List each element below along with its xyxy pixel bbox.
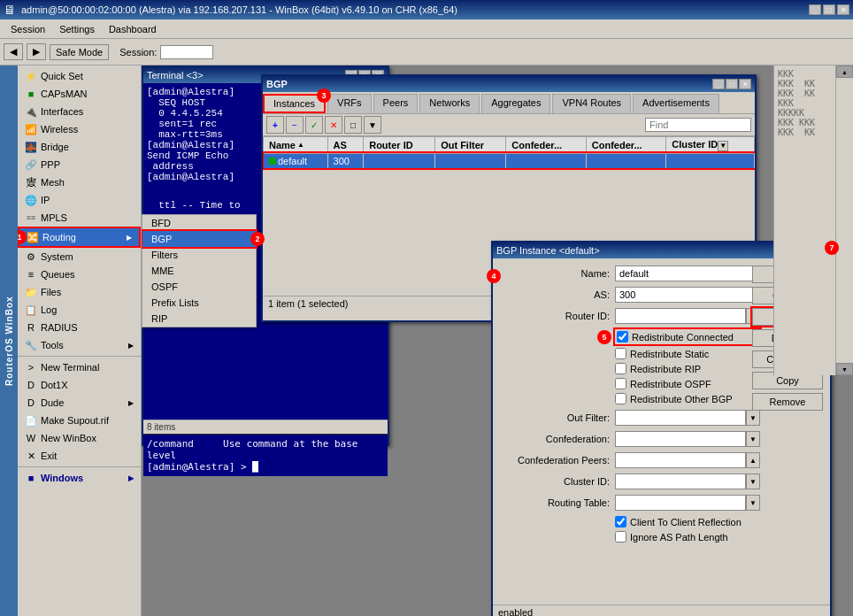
- table-row[interactable]: default 300: [264, 153, 755, 168]
- close-btn[interactable]: ✕: [837, 4, 849, 15]
- out-filter-dropdown[interactable]: ▼: [746, 410, 760, 426]
- title-bar-buttons[interactable]: _ □ ✕: [809, 4, 849, 15]
- sidebar-item-system[interactable]: ⚙ System: [18, 248, 141, 266]
- scroll-up[interactable]: ▲: [836, 65, 853, 78]
- cluster-id-dropdown[interactable]: ▼: [746, 474, 760, 489]
- scroll-down[interactable]: ▼: [836, 363, 853, 375]
- bgp-instances-minimize[interactable]: _: [712, 79, 725, 89]
- minimize-btn[interactable]: _: [809, 4, 821, 15]
- scrollbar-right[interactable]: ▲ ▼: [835, 65, 853, 375]
- bgp-instances-close[interactable]: ✕: [739, 79, 751, 89]
- tab-networks[interactable]: Networks: [419, 94, 480, 113]
- name-label: Name:: [500, 268, 615, 279]
- sidebar-item-mpls[interactable]: ≡≡ MPLS: [18, 209, 141, 227]
- cell-as: 300: [327, 153, 364, 168]
- confederation-peers-field[interactable]: [615, 452, 746, 468]
- quick-set-icon: ⚡: [25, 70, 37, 82]
- sidebar-item-new-winbox[interactable]: W New WinBox: [18, 429, 141, 447]
- mpls-icon: ≡≡: [25, 212, 37, 224]
- terminal-command-area[interactable]: /command Use command at the base level […: [143, 434, 388, 476]
- submenu-rip[interactable]: RIP: [142, 311, 256, 327]
- confederation-peers-dropdown[interactable]: ▲: [746, 452, 760, 468]
- tab-vpn4-routes[interactable]: VPN4 Routes: [552, 94, 631, 113]
- session-input[interactable]: [160, 45, 213, 59]
- sidebar-item-dude[interactable]: D Dude ▶: [18, 394, 141, 412]
- routing-table-dropdown[interactable]: ▼: [746, 495, 760, 511]
- as-field[interactable]: [615, 287, 760, 303]
- back-btn[interactable]: ◀: [4, 43, 23, 60]
- sidebar-item-ppp[interactable]: 🔗 PPP: [18, 156, 141, 173]
- col-out-filter[interactable]: Out Filter: [435, 137, 506, 154]
- menu-dashboard[interactable]: Dashboard: [102, 22, 164, 36]
- remove-button[interactable]: Remove: [752, 393, 823, 411]
- submenu-prefix-lists[interactable]: Prefix Lists: [142, 295, 256, 311]
- sidebar-item-files[interactable]: 📁 Files: [18, 283, 141, 301]
- sidebar-item-ip[interactable]: 🌐 IP: [18, 191, 141, 209]
- sidebar-item-queues[interactable]: ≡ Queues: [18, 266, 141, 283]
- tab-aggregates[interactable]: Aggregates: [481, 94, 550, 113]
- menu-settings[interactable]: Settings: [52, 22, 102, 36]
- submenu-mme[interactable]: MME: [142, 263, 256, 279]
- comment-btn[interactable]: □: [344, 116, 362, 134]
- sidebar-divider-2: [18, 466, 141, 467]
- maximize-btn[interactable]: □: [823, 4, 835, 15]
- sidebar-item-tools[interactable]: 🔧 Tools ▶: [18, 336, 141, 354]
- ignore-as-path-checkbox[interactable]: [615, 531, 626, 543]
- submenu-bgp[interactable]: BGP 2: [142, 231, 256, 247]
- sidebar-item-dot1x[interactable]: D Dot1X: [18, 376, 141, 394]
- col-router-id[interactable]: Router ID: [364, 137, 435, 154]
- checkboxes-group: Redistribute Connected 5 Redistribute St…: [500, 329, 760, 404]
- out-filter-field[interactable]: [615, 410, 746, 426]
- bgp-instances-maximize[interactable]: □: [726, 79, 738, 89]
- tab-advertisements[interactable]: Advertisements: [633, 94, 719, 113]
- bridge-icon: 🌉: [25, 141, 37, 153]
- col-name[interactable]: Name▲: [264, 137, 328, 154]
- sidebar-item-routing[interactable]: 🔀 Routing ▶ 1: [18, 227, 141, 248]
- disable-btn[interactable]: ✕: [325, 116, 342, 134]
- tab-instances[interactable]: Instances 3: [263, 94, 326, 113]
- client-reflection-checkbox[interactable]: [615, 516, 626, 527]
- sidebar-item-make-supout[interactable]: 📄 Make Supout.rif: [18, 412, 141, 429]
- sidebar-item-interfaces[interactable]: 🔌 Interfaces: [18, 103, 141, 120]
- sidebar-item-radius[interactable]: R RADIUS: [18, 319, 141, 336]
- sidebar-item-log[interactable]: 📋 Log: [18, 301, 141, 319]
- enable-btn[interactable]: ✓: [305, 116, 323, 134]
- name-field[interactable]: [615, 266, 760, 281]
- tab-vrfs[interactable]: VRFs: [327, 94, 372, 113]
- menu-session[interactable]: Session: [4, 22, 52, 36]
- col-cluster-id[interactable]: Cluster ID▼: [666, 137, 755, 154]
- safe-mode-btn[interactable]: Safe Mode: [50, 44, 109, 60]
- sidebar-item-mesh[interactable]: 🕸 Mesh: [18, 173, 141, 191]
- redistribute-connected-checkbox[interactable]: [617, 331, 628, 343]
- remove-btn[interactable]: −: [286, 116, 304, 134]
- forward-btn[interactable]: ▶: [27, 43, 46, 60]
- col-as[interactable]: AS: [327, 137, 364, 154]
- cluster-id-field[interactable]: [615, 474, 746, 489]
- redistribute-ospf-checkbox[interactable]: [615, 378, 626, 389]
- tab-peers[interactable]: Peers: [373, 94, 419, 113]
- confederation-dropdown[interactable]: ▼: [746, 431, 760, 447]
- sidebar-item-capsman[interactable]: ■ CAPsMAN: [18, 85, 141, 103]
- sidebar-item-wireless[interactable]: 📶 Wireless: [18, 120, 141, 138]
- search-input[interactable]: [645, 118, 751, 132]
- submenu-filters[interactable]: Filters: [142, 247, 256, 263]
- sidebar-item-quick-set[interactable]: ⚡ Quick Set: [18, 67, 141, 85]
- routing-table-field[interactable]: [615, 495, 746, 511]
- col-confeder1[interactable]: Confeder...: [506, 137, 586, 154]
- confederation-field[interactable]: [615, 431, 746, 447]
- col-confeder2[interactable]: Confeder...: [586, 137, 665, 154]
- submenu-ospf[interactable]: OSPF: [142, 279, 256, 295]
- make-supout-icon: 📄: [25, 414, 37, 427]
- add-btn[interactable]: +: [266, 116, 284, 134]
- sidebar-item-windows[interactable]: ■ Windows ▶: [18, 469, 141, 487]
- redistribute-other-bgp-checkbox[interactable]: [615, 393, 626, 404]
- redistribute-static-checkbox[interactable]: [615, 348, 626, 359]
- redistribute-rip-checkbox[interactable]: [615, 363, 626, 374]
- sidebar-item-bridge[interactable]: 🌉 Bridge: [18, 138, 141, 156]
- filter-btn[interactable]: ▼: [364, 116, 381, 134]
- sidebar-item-new-terminal[interactable]: > New Terminal: [18, 358, 141, 376]
- submenu-bfd[interactable]: BFD: [142, 215, 256, 231]
- bgp-instances-window-buttons[interactable]: _ □ ✕: [712, 79, 751, 89]
- sidebar-item-exit[interactable]: ✕ Exit: [18, 447, 141, 465]
- router-id-field[interactable]: [615, 308, 746, 324]
